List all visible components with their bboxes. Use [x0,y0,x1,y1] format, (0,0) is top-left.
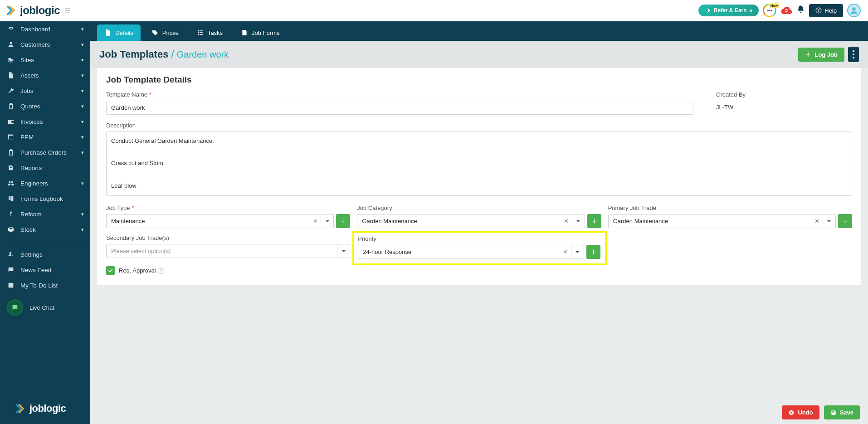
news-icon[interactable]: ••• New [763,4,776,17]
log-job-button[interactable]: Log Job [798,48,844,62]
logo-mark-icon [5,4,17,17]
sync-icon[interactable] [780,6,792,15]
nav-label: PPM [20,134,34,141]
job-category-add-button[interactable] [587,214,601,228]
info-icon[interactable]: ? [158,268,164,274]
priority-dropdown-icon[interactable] [571,245,584,258]
nav-label: Refcom [20,211,42,218]
nav-label: Engineers [20,180,48,187]
tab-job-forms[interactable]: Job Forms [234,24,287,41]
sidebar-item-ppm[interactable]: PPM▾ [0,129,90,145]
secondary-trade-dropdown-icon[interactable] [337,244,350,258]
log-job-label: Log Job [814,51,838,58]
sidebar-item-news-feed[interactable]: News Feed [0,262,90,278]
chevron-down-icon: ▾ [81,26,84,32]
sidebar-item-settings[interactable]: Settings [0,247,90,262]
sidebar-item-purchase-orders[interactable]: Purchase Orders▾ [0,145,90,160]
sidebar-item-assets[interactable]: Assets▾ [0,68,90,83]
created-by-label: Created By [716,91,852,98]
cloud-sync-icon [780,6,792,15]
feed-icon [7,266,15,273]
primary-trade-input[interactable] [609,214,812,228]
sidebar-item-customers[interactable]: Customers▾ [0,37,90,52]
details-card: Job Template Details Template Name * Cre… [97,68,861,285]
tabs-bar: DetailsPricesTasksJob Forms [90,21,868,41]
template-name-input[interactable] [106,101,693,115]
refer-earn-button[interactable]: Refer & Earn » [698,5,759,16]
priority-input[interactable] [358,245,560,258]
sidebar-item-quotes[interactable]: Quotes▾ [0,98,90,114]
job-type-add-button[interactable] [336,214,350,228]
top-bar: joblogic ☰ Refer & Earn » ••• New ? Help [0,0,868,21]
priority-add-button[interactable] [586,245,600,259]
req-approval-checkbox[interactable] [106,266,115,275]
sidebar-item-dashboard[interactable]: Dashboard▾ [0,21,90,37]
notifications-icon[interactable] [796,5,805,16]
help-label: Help [824,7,837,14]
priority-clear-icon[interactable]: ✕ [560,245,571,258]
primary-trade-add-button[interactable] [838,214,852,228]
job-type-dropdown-icon[interactable] [321,214,333,228]
nav-label: Jobs [20,88,34,94]
export-icon [7,164,15,171]
chat-label: Live Chat [29,304,54,311]
plus-icon [805,51,811,58]
gauge-icon [7,25,15,33]
sidebar-item-invoices[interactable]: Invoices▾ [0,114,90,129]
description-label: Description [106,122,852,129]
sidebar-item-refcom[interactable]: Refcom▾ [0,206,90,222]
sidebar-item-sites[interactable]: Sites▾ [0,52,90,68]
job-category-input[interactable] [357,214,561,228]
tab-tasks[interactable]: Tasks [190,24,230,41]
menu-toggle-icon[interactable]: ☰ [64,6,71,15]
secondary-trade-label: Secondary Job Trade(s) [106,234,350,241]
help-button[interactable]: ? Help [809,4,843,17]
app-logo[interactable]: joblogic [5,4,60,17]
job-type-clear-icon[interactable]: ✕ [310,214,321,228]
refer-label: Refer & Earn [714,7,747,14]
sidebar-item-jobs[interactable]: Jobs▾ [0,83,90,98]
clipboard-icon [7,149,15,156]
clipboard-icon [7,102,15,110]
undo-button[interactable]: Undo [782,405,819,419]
sidebar-item-stock[interactable]: Stock▾ [0,222,90,237]
nav-label: Dashboard [20,26,50,33]
primary-trade-clear-icon[interactable]: ✕ [812,214,823,228]
tab-details[interactable]: Details [97,24,141,41]
chevron-down-icon: ▾ [81,180,84,186]
checklist-icon [7,282,15,289]
chevron-down-icon: ▾ [81,119,84,125]
job-type-input[interactable] [107,214,310,228]
nav-label: My To-Do List [20,282,58,289]
save-button[interactable]: Save [824,405,860,419]
primary-trade-dropdown-icon[interactable] [823,214,835,228]
sidebar: Dashboard▾Customers▾Sites▾Assets▾Jobs▾Qu… [0,21,90,424]
nav-label: News Feed [20,267,51,273]
secondary-trade-input[interactable] [107,244,337,258]
sidebar-item-my-to-do-list[interactable]: My To-Do List [0,278,90,293]
help-icon: ? [815,7,822,14]
tab-prices[interactable]: Prices [144,24,186,41]
job-category-dropdown-icon[interactable] [572,214,585,228]
section-title: Job Template Details [106,75,852,85]
created-by-value: JL-TW [716,101,852,114]
nav-label: Settings [20,251,43,258]
save-label: Save [840,409,853,416]
refer-icon [705,7,711,14]
description-input[interactable] [106,132,852,196]
wallet-icon [7,118,15,125]
more-actions-button[interactable] [848,47,859,62]
book-icon [7,195,15,202]
live-chat-button[interactable]: Live Chat [0,293,90,322]
breadcrumb: Job Templates / Garden work [99,49,229,60]
sidebar-item-engineers[interactable]: Engineers▾ [0,175,90,191]
user-avatar[interactable] [847,4,861,17]
sidebar-item-forms-logbook[interactable]: Forms Logbook [0,191,90,206]
save-icon [830,409,837,416]
sidebar-item-reports[interactable]: Reports [0,160,90,175]
main-content: DetailsPricesTasksJob Forms Job Template… [90,21,868,424]
breadcrumb-root[interactable]: Job Templates [99,49,168,60]
job-category-clear-icon[interactable]: ✕ [561,214,572,228]
chevron-down-icon: ▾ [81,57,84,63]
priority-highlight: Priority ✕ [352,231,606,265]
